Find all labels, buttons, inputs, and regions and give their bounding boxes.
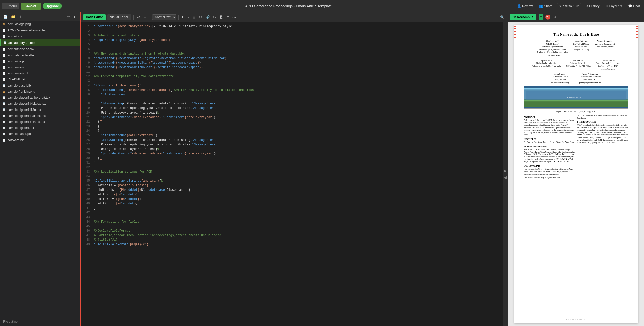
upgrade-button[interactable]: Upgrade — [43, 3, 62, 9]
italic-button[interactable]: I — [187, 15, 190, 20]
recompile-button[interactable]: ↻ Recompile — [510, 14, 536, 20]
history-icon: ↺ — [585, 4, 588, 8]
undo-button[interactable]: ↩ — [136, 15, 141, 20]
paper-content: The Name of the Title Is Hope Ben Trovat… — [520, 31, 632, 181]
brand-logo: Overleaf — [21, 3, 41, 10]
authors-row2: Aparna Patel Rajiv Gandhi University Doi… — [524, 59, 628, 70]
file-icon: 📄 — [2, 53, 6, 57]
submit-button[interactable]: Submit to ACM — [557, 3, 581, 9]
topbar: ☰ Menu Overleaf Upgrade ACM Conference P… — [0, 0, 644, 12]
list-item[interactable]: 📄 acmguide.pdf — [0, 58, 80, 64]
list-item[interactable]: 📄 acmdatamodel.dbx — [0, 52, 80, 58]
preview-content[interactable]: The Name of the Title Is Hope Ben Trovat… — [508, 22, 644, 326]
refresh-icon: ↻ — [513, 15, 516, 19]
list-item[interactable]: 📄 sample-sigconf-xelatex.tex — [0, 119, 80, 125]
main-content: 📄 📁 ⬆ ✏ 🗑 🖼 acm-jdslogo.png 📄 ACM-Refere… — [0, 12, 644, 326]
editor-toolbar: Code Editor Visual Editor ↩ ↪ Normal tex… — [81, 12, 508, 22]
redo-button[interactable]: ↪ — [142, 15, 148, 20]
file-sidebar: 📄 📁 ⬆ ✏ 🗑 🖼 acm-jdslogo.png 📄 ACM-Refere… — [0, 12, 81, 326]
list-item[interactable]: 📄 sample-sigconf-biblatex.tex — [0, 101, 80, 107]
menu-button[interactable]: ☰ Menu — [2, 3, 19, 9]
arrow-left-button[interactable]: ◀ — [503, 174, 508, 181]
file-icon: 📄 — [2, 71, 6, 75]
author-2: Lars Thørvald The Thørvald Group Hekla, … — [573, 39, 589, 57]
arrow-right-button[interactable]: ▶ — [503, 167, 508, 174]
image-button[interactable]: 🖼 — [219, 15, 225, 20]
more-options-icon[interactable]: ⋮ — [74, 40, 78, 45]
list-item[interactable]: 📄 sample-sigconf-i13n.tex — [0, 107, 80, 113]
svg-text:🏟 Baseball Stadium: 🏟 Baseball Stadium — [566, 96, 581, 98]
list-item[interactable]: 📄 sample-sigconf-authordraft.tex — [0, 95, 80, 101]
link-button[interactable]: 🔗 — [204, 15, 211, 20]
list-item[interactable]: 📄 acmauthoryear.cbx — [0, 46, 80, 52]
list-item[interactable]: 📄 sampleteaser.pdf — [0, 131, 80, 137]
format-select[interactable]: Normal text — [152, 14, 176, 20]
list-item[interactable]: 📄 sample-sigconf-lualatex.tex — [0, 113, 80, 119]
list-item[interactable]: 📄 README.txt — [0, 76, 80, 83]
list-item[interactable]: 📄 sample-sigconf.tex — [0, 125, 80, 131]
ref-format-text: Ben Trovato, G.K.M. Tobin, Lars Thørvald… — [524, 148, 575, 163]
file-outline-toggle[interactable]: File outline — [0, 317, 80, 326]
table-button[interactable]: ⊞ — [191, 15, 197, 20]
delete-button[interactable]: 🗑 — [73, 14, 78, 19]
file-icon: 📄 — [2, 132, 6, 136]
search-button[interactable]: 🔍 — [499, 15, 506, 20]
right-marks — [636, 25, 638, 323]
paper-col-left: ABSTRACT A clear and well-documented LAT… — [524, 114, 575, 180]
ref-format-title: ACM Reference Format: — [524, 145, 575, 148]
list-item[interactable]: 📄 software.bib — [0, 137, 80, 143]
scissors-button[interactable]: ✂ — [212, 15, 218, 20]
hamburger-icon: ☰ — [5, 4, 8, 8]
file-icon: 📄 — [2, 102, 6, 106]
intro-text: ACM's consolidated article template, int… — [577, 124, 628, 144]
preview-toolbar: ↻ Recompile ▾ 23 ⬇ — [508, 12, 644, 22]
new-folder-button[interactable]: 📁 — [10, 14, 16, 19]
file-icon: 📄 — [2, 47, 6, 51]
review-icon: 👤 — [517, 4, 521, 8]
upload-button[interactable]: ⬆ — [18, 14, 23, 19]
error-badge: 23 — [545, 15, 550, 20]
list-item[interactable]: 🖼 sample-franklin.png — [0, 89, 80, 95]
list-item[interactable]: 📄 acmnumeric.bbx — [0, 64, 80, 70]
list-item[interactable]: 📄 ACM-Reference-Format.bst — [0, 27, 80, 33]
author-7: John Smith The Thørvald Group Hekla, Ice… — [551, 72, 569, 84]
abstract-title: ABSTRACT — [524, 116, 575, 119]
list-button[interactable]: ≡ — [226, 15, 230, 20]
file-icon: 📄 — [2, 114, 6, 118]
share-button[interactable]: 👥 Share — [537, 3, 555, 9]
tab-code-editor[interactable]: Code Editor — [83, 14, 106, 20]
chat-button[interactable]: 💬 Chat — [626, 3, 642, 9]
editor-arrows: ▶ ◀ — [503, 22, 508, 326]
ccs-text: • Do Not Use This Code → Generate the Co… — [524, 168, 575, 173]
symbol-button[interactable]: Ω — [198, 15, 203, 20]
code-editor: 1234567891011121314151617181920212223242… — [81, 22, 508, 326]
code-content[interactable]: \ProvidesFile{acmauthoryear.bbx}[2022-02… — [92, 22, 503, 326]
unpublished: Unpublished working draft. Not for distr… — [524, 177, 575, 179]
list-item-active[interactable]: 📄 acmauthoryear.bbx ⋮ — [0, 39, 80, 46]
preview-area: ↻ Recompile ▾ 23 ⬇ — [508, 12, 644, 326]
file-icon: 📄 — [2, 84, 6, 88]
more-button[interactable]: ••• — [231, 15, 237, 20]
download-button[interactable]: ⬇ — [552, 15, 558, 20]
list-item[interactable]: 📄 acmnumeric.cbx — [0, 70, 80, 76]
history-button[interactable]: ↺ History — [583, 3, 601, 9]
authors-row1: Ben Trovato* G.K.M. Tobin* trovato@corpo… — [524, 39, 628, 57]
bold-button[interactable]: B — [181, 15, 186, 20]
chat-icon: 💬 — [628, 4, 632, 8]
svg-rect-5 — [524, 89, 628, 100]
file-icon: 📄 — [2, 28, 6, 32]
line-numbers: 1234567891011121314151617181920212223242… — [81, 22, 92, 326]
tab-visual-editor[interactable]: Visual Editor — [107, 14, 131, 20]
list-item[interactable]: 📄 sample-base.bib — [0, 83, 80, 89]
paper-figure: 🏟 Baseball Stadium Figure 1: Seattle Mar… — [524, 86, 628, 113]
file-icon: 📄 — [2, 126, 6, 130]
list-item[interactable]: 📄 acmart.cls — [0, 33, 80, 39]
file-icon: 📄 — [2, 96, 6, 100]
layout-button[interactable]: ⊞ Layout ▾ — [603, 3, 624, 9]
list-item[interactable]: 🖼 acm-jdslogo.png — [0, 21, 80, 27]
review-button[interactable]: 👤 Review — [515, 3, 535, 9]
edit-button[interactable]: ✏ — [66, 14, 71, 19]
new-file-button[interactable]: 📄 — [2, 14, 8, 19]
recompile-dropdown[interactable]: ▾ — [539, 14, 543, 20]
file-icon: 📄 — [2, 34, 6, 38]
